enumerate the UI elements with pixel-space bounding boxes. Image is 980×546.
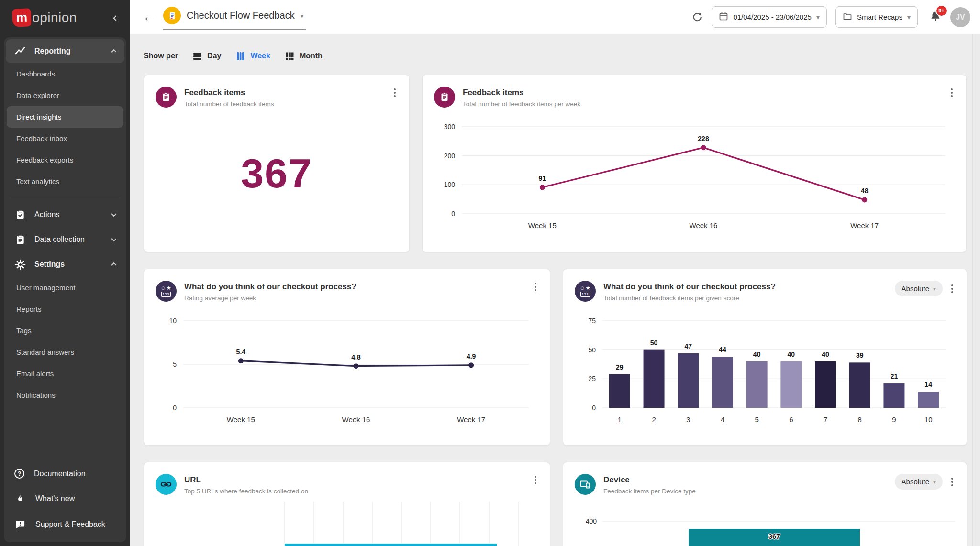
svg-text:Week 16: Week 16 <box>690 221 718 229</box>
question-circle-icon: ? <box>14 469 24 479</box>
sidebar-section-settings[interactable]: Settings <box>6 252 124 277</box>
page-scrollbar[interactable] <box>972 34 980 546</box>
svg-text:6: 6 <box>789 415 793 424</box>
svg-text:Week 15: Week 15 <box>528 221 557 229</box>
kebab-menu-icon[interactable] <box>949 283 955 295</box>
refresh-icon[interactable] <box>691 11 703 23</box>
avatar[interactable]: JV <box>950 7 970 27</box>
svg-text:40: 40 <box>822 350 829 358</box>
sidebar-item-support-feedback[interactable]: Support & Feedback <box>6 512 124 537</box>
sidebar-item-notifications[interactable]: Notifications <box>7 384 123 406</box>
chevron-down-icon: ▾ <box>907 13 911 21</box>
card-title: What do you think of our checkout proces… <box>603 282 776 292</box>
svg-text:228: 228 <box>698 135 709 142</box>
sidebar-item-tags[interactable]: Tags <box>7 320 123 341</box>
sidebar-section-reporting[interactable]: Reporting <box>6 39 124 63</box>
svg-text:2: 2 <box>652 415 656 424</box>
svg-text:367: 367 <box>768 533 780 540</box>
sidebar-item-text-analytics[interactable]: Text analytics <box>7 171 123 192</box>
chevron-down-icon: ▾ <box>933 479 936 485</box>
kebab-menu-icon[interactable] <box>392 87 398 99</box>
sidebar-item-direct-insights[interactable]: Direct insights <box>7 106 123 128</box>
kebab-menu-icon[interactable] <box>533 281 538 293</box>
survey-form-icon <box>163 7 181 24</box>
sidebar-section-label: Actions <box>34 210 59 219</box>
link-icon <box>156 474 177 495</box>
total-feedback-value: 367 <box>156 150 398 197</box>
grid-icon <box>285 51 295 61</box>
url-top5-chart <box>156 502 538 546</box>
card-title: URL <box>184 475 308 485</box>
page-title: Checkout Flow Feedback <box>187 10 295 21</box>
chevron-down-icon: ▾ <box>301 12 304 20</box>
sidebar-item-dashboards[interactable]: Dashboards <box>7 63 123 85</box>
svg-text:4.9: 4.9 <box>467 352 476 360</box>
svg-text:75: 75 <box>588 317 596 325</box>
toggle-week[interactable]: Week <box>235 51 270 61</box>
dashboard-content: Show per Day Week Month <box>130 34 972 546</box>
svg-text:1: 1 <box>618 415 622 424</box>
kebab-menu-icon[interactable] <box>533 474 538 486</box>
clipboard-icon <box>434 87 455 108</box>
svg-text:300: 300 <box>444 123 456 131</box>
smart-recaps-button[interactable]: Smart Recaps ▾ <box>835 6 918 28</box>
absolute-mode-dropdown[interactable]: Absolute ▾ <box>895 474 943 490</box>
sidebar-section-actions[interactable]: Actions <box>6 202 124 227</box>
svg-text:200: 200 <box>444 152 456 160</box>
rating-average-chart: 05105.44.84.9Week 15Week 16Week 17 <box>156 308 538 428</box>
calendar-icon <box>719 11 728 22</box>
kebab-menu-icon[interactable] <box>949 476 955 488</box>
card-title: Feedback items <box>184 88 274 98</box>
svg-text:48: 48 <box>861 187 869 195</box>
svg-text:5: 5 <box>755 415 758 424</box>
line-chart-icon <box>14 45 26 57</box>
svg-text:0: 0 <box>173 404 177 412</box>
card-subtitle: Total number of feedback items per week <box>463 100 580 108</box>
svg-text:100: 100 <box>444 181 456 188</box>
absolute-mode-dropdown[interactable]: Absolute ▾ <box>895 281 943 296</box>
sidebar-item-standard-answers[interactable]: Standard answers <box>7 341 123 363</box>
sidebar-menu: Reporting Dashboards Data explorer Direc… <box>4 37 126 542</box>
sidebar-item-data-explorer[interactable]: Data explorer <box>7 85 123 106</box>
sidebar-item-documentation[interactable]: ? Documentation <box>6 461 124 486</box>
chevron-down-icon: ▾ <box>816 13 820 21</box>
card-subtitle: Total number of feedback items per given… <box>603 295 776 302</box>
feedback-per-week-chart: 01002003009122848Week 15Week 16Week 17 <box>434 114 955 234</box>
toggle-month[interactable]: Month <box>285 51 323 61</box>
gear-icon <box>14 259 26 270</box>
clipboard-lines-icon <box>14 234 26 245</box>
svg-text:39: 39 <box>856 351 864 359</box>
sidebar-section-data-collection[interactable]: Data collection <box>6 227 124 252</box>
date-range-picker[interactable]: 01/04/2025 - 23/06/2025 ▾ <box>712 6 827 28</box>
device-icon <box>575 474 596 495</box>
card-score-distribution: ☺★123 What do you think of our checkout … <box>563 269 967 446</box>
notifications-bell[interactable]: 9+ <box>929 10 942 24</box>
report-selector[interactable]: Checkout Flow Feedback ▾ <box>163 4 306 30</box>
toggle-day[interactable]: Day <box>192 51 221 61</box>
app-root: mopinion Reporting Dashboards Data explo… <box>0 0 980 546</box>
card-subtitle: Rating average per week <box>184 295 356 302</box>
rows-icon <box>192 51 202 61</box>
sidebar-item-whats-new[interactable]: What's new <box>6 486 124 512</box>
mopinion-logo: mopinion <box>12 9 112 27</box>
svg-text:Week 17: Week 17 <box>457 415 485 424</box>
sidebar-item-user-management[interactable]: User management <box>7 277 123 298</box>
sidebar-item-feedback-inbox[interactable]: Feedback inbox <box>7 128 123 149</box>
svg-text:5: 5 <box>173 360 177 368</box>
svg-text:25: 25 <box>588 375 596 382</box>
svg-text:9: 9 <box>892 415 896 424</box>
svg-text:5.4: 5.4 <box>236 348 246 356</box>
sidebar-item-email-alerts[interactable]: Email alerts <box>7 363 123 384</box>
svg-text:21: 21 <box>891 372 898 380</box>
back-arrow-icon[interactable]: ← <box>143 10 156 24</box>
sidebar-item-feedback-exports[interactable]: Feedback exports <box>7 149 123 171</box>
sidebar-collapse-icon[interactable] <box>112 11 120 24</box>
svg-text:4.8: 4.8 <box>351 353 361 361</box>
svg-text:40: 40 <box>753 350 761 358</box>
sidebar-item-reports[interactable]: Reports <box>7 298 123 320</box>
svg-text:14: 14 <box>924 381 932 388</box>
kebab-menu-icon[interactable] <box>949 87 955 99</box>
svg-text:8: 8 <box>858 415 862 424</box>
clipboard-icon <box>156 87 177 108</box>
svg-text:47: 47 <box>684 342 692 350</box>
